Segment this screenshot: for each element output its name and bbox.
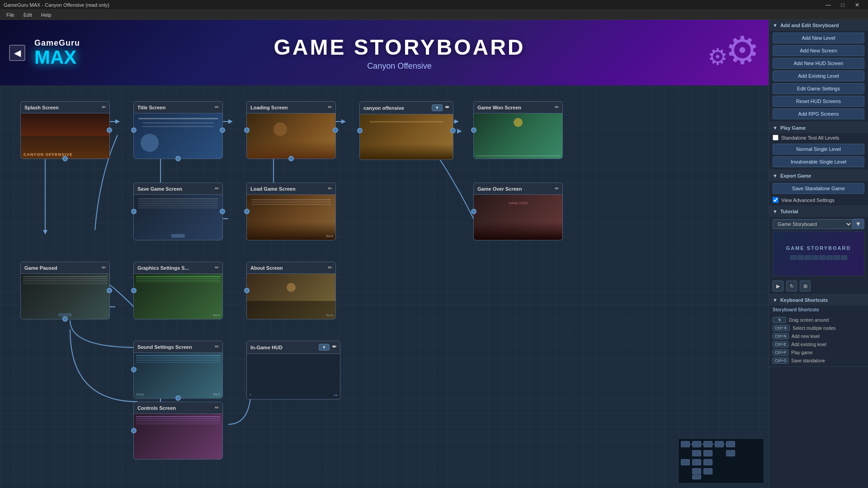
svg-marker-6: [341, 119, 346, 124]
btn-add-new-level[interactable]: Add New Level: [773, 33, 864, 43]
btn-reset-hud-screens[interactable]: Reset HUD Screens: [773, 96, 864, 107]
standalone-test-checkbox[interactable]: [773, 135, 778, 141]
node-gamepaused-header: Game Paused ✏: [21, 262, 109, 274]
node-gamepaused-edit[interactable]: ✏: [102, 265, 106, 271]
node-savegame-header: Save Game Screen ✏: [134, 183, 222, 195]
node-sound-edit[interactable]: ✏: [215, 344, 219, 350]
shortcut-play-desc: Play game: [791, 350, 812, 355]
shortcut-save-key: Ctrl+S: [773, 357, 788, 364]
sidebar-section-tutorial-header[interactable]: ▼ Tutorial: [769, 206, 868, 217]
btn-add-rpg-screens[interactable]: Add RPG Screens: [773, 108, 864, 119]
shortcut-select-desc: Select multiple nodes: [793, 326, 835, 331]
splash-connector-bottom: [62, 156, 68, 161]
node-gameover-edit[interactable]: ✏: [555, 186, 559, 192]
minimize-button[interactable]: —: [821, 0, 835, 10]
node-gameover-preview: GAME OVER: [474, 195, 562, 240]
sound-connector-left: [131, 367, 137, 372]
canvas-area[interactable]: ◀ GameGuru MAX GAME STORYBOARD Canyon Of…: [0, 20, 769, 488]
node-title[interactable]: Title Screen ✏: [133, 101, 223, 159]
gear-icon-container: ⚙ ⚙: [705, 26, 760, 80]
nodes-area: Splash Screen ✏ CANYON OFFENSIVE Title S…: [0, 85, 769, 488]
menu-edit[interactable]: Edit: [19, 11, 37, 19]
node-ingamehud-edit[interactable]: ✏: [332, 344, 336, 351]
node-canyon[interactable]: canyon offensive ▼ ✏ ▶: [359, 101, 453, 160]
sidebar-section-tutorial: ▼ Tutorial Game Storyboard ▼ GAME STORYB…: [769, 206, 868, 295]
node-graphics[interactable]: Graphics Settings S... ✏ Back: [133, 262, 223, 319]
node-savegame[interactable]: Save Game Screen ✏: [133, 183, 223, 240]
node-sound-header: Sound Settings Screen ✏: [134, 341, 222, 353]
canyon-connector-right: [450, 128, 456, 133]
node-loadgame[interactable]: Load Game Screen ✏ Back: [246, 183, 336, 240]
node-ingamehud[interactable]: In-Game HUD ▼ ✏ ⊞ ■■: [246, 341, 340, 399]
node-gamepaused[interactable]: Game Paused ✏: [20, 262, 110, 319]
node-about[interactable]: About Screen ✏ Back: [246, 262, 336, 319]
node-loadgame-title: Load Game Screen: [250, 186, 296, 192]
node-graphics-edit[interactable]: ✏: [215, 265, 219, 271]
tutorial-grid-btn[interactable]: ⊞: [800, 281, 811, 291]
node-splash-edit[interactable]: ✏: [102, 104, 106, 110]
node-about-header: About Screen ✏: [247, 262, 335, 274]
banner-title: GAME STORYBOARD Canyon Offensive: [94, 35, 705, 71]
tutorial-select[interactable]: Game Storyboard: [773, 219, 853, 229]
node-gamepaused-preview: [21, 274, 109, 319]
tutorial-dropdown-btn[interactable]: ▼: [853, 219, 864, 229]
shortcut-save: Ctrl+S Save standalone: [773, 357, 864, 365]
menu-help[interactable]: Help: [37, 11, 56, 19]
shortcut-add-existing-key: Ctrl+E: [773, 341, 788, 347]
node-loading[interactable]: Loading Screen ✏: [246, 101, 336, 159]
node-splash-header: Splash Screen ✏: [21, 102, 109, 113]
node-savegame-edit[interactable]: ✏: [215, 186, 219, 192]
btn-save-standalone[interactable]: Save Standalone Game: [773, 183, 864, 194]
btn-add-existing-level[interactable]: Add Existing Level: [773, 70, 864, 81]
node-gameover-header: Game Over Screen ✏: [474, 183, 562, 195]
node-loading-header: Loading Screen ✏: [247, 102, 335, 113]
back-button[interactable]: ◀: [9, 45, 25, 61]
canyon-connector-left: [357, 128, 363, 133]
maximize-button[interactable]: □: [835, 0, 850, 10]
minimap-svg: [679, 439, 764, 483]
view-advanced-checkbox[interactable]: [773, 197, 778, 203]
node-ingamehud-dropdown[interactable]: ▼: [319, 344, 330, 351]
sidebar-section-keyboard-header[interactable]: ▼ Keyboard Shortcuts: [769, 295, 868, 305]
sidebar-section-play-header[interactable]: ▼ Play Game: [769, 122, 868, 133]
node-controls-edit[interactable]: ✏: [215, 405, 219, 411]
node-loading-edit[interactable]: ✏: [328, 104, 332, 110]
node-gameover[interactable]: Game Over Screen ✏ GAME OVER: [473, 183, 563, 240]
tutorial-refresh-btn[interactable]: ↻: [786, 281, 797, 291]
btn-add-new-hud-screen[interactable]: Add New HUD Screen: [773, 58, 864, 69]
about-connector-left: [244, 288, 250, 293]
btn-normal-single-level[interactable]: Normal Single Level: [773, 144, 864, 155]
standalone-test-label: Standalone Test All Levels: [781, 135, 839, 141]
collapse-icon-keyboard: ▼: [773, 297, 778, 303]
node-splash[interactable]: Splash Screen ✏ CANYON OFFENSIVE: [20, 101, 110, 159]
shortcut-add-existing-desc: Add existing level: [791, 342, 826, 347]
sidebar-section-export-header[interactable]: ▼ Export Game: [769, 170, 868, 181]
btn-invulnerable-single-level[interactable]: Invulnerable Single Level: [773, 156, 864, 167]
node-canyon-dropdown[interactable]: ▼: [432, 104, 443, 111]
gamepaused-connector-right: [107, 288, 112, 293]
node-graphics-header: Graphics Settings S... ✏: [134, 262, 222, 274]
shortcut-drag-key: 🖱: [773, 317, 786, 323]
menu-file[interactable]: File: [2, 11, 19, 19]
view-advanced-label: View Advanced Settings: [781, 197, 835, 203]
node-title-edit[interactable]: ✏: [215, 104, 219, 110]
node-loadgame-edit[interactable]: ✏: [328, 186, 332, 192]
node-sound[interactable]: Sound Settings Screen ✏ Back Apply: [133, 341, 223, 399]
sidebar-section-add-edit-header[interactable]: ▼ Add and Edit Storyboard: [769, 20, 868, 31]
node-gamepaused-title: Game Paused: [24, 265, 57, 271]
node-gamewon-edit[interactable]: ✏: [555, 104, 559, 110]
savegame-connector-right: [220, 209, 225, 214]
gear-large-icon: ⚙: [725, 28, 760, 73]
node-sound-title: Sound Settings Screen: [137, 344, 192, 350]
close-button[interactable]: ✕: [850, 0, 864, 10]
tutorial-play-btn[interactable]: ▶: [773, 281, 783, 291]
titlebar: GameGuru MAX - Canyon Offensive (read on…: [0, 0, 868, 10]
node-about-edit[interactable]: ✏: [328, 265, 332, 271]
node-gamewon[interactable]: Game Won Screen ✏: [473, 101, 563, 159]
node-canyon-edit[interactable]: ✏: [445, 104, 449, 111]
minimap: [678, 438, 764, 483]
node-controls[interactable]: Controls Screen ✏: [133, 402, 223, 460]
node-title-header: Title Screen ✏: [134, 102, 222, 113]
btn-add-new-screen[interactable]: Add New Screen: [773, 45, 864, 56]
btn-edit-game-settings[interactable]: Edit Game Settings: [773, 83, 864, 94]
